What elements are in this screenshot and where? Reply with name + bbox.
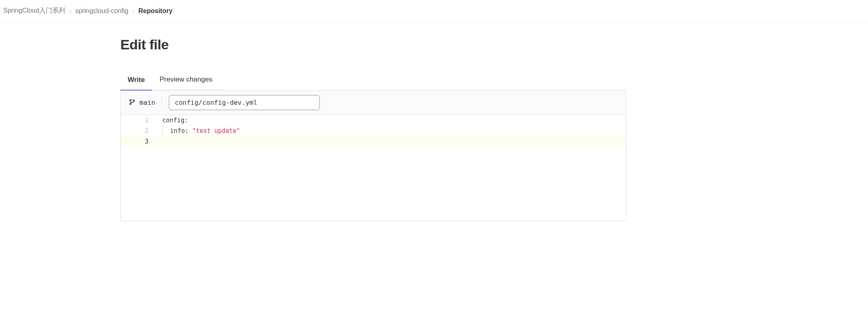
tab-preview-changes[interactable]: Preview changes: [152, 71, 219, 90]
breadcrumb: SpringCloud入门系列 › springcloud-config › R…: [0, 0, 868, 23]
line-number: 2: [121, 126, 153, 136]
code-token-string: "test update": [192, 127, 240, 135]
tab-write[interactable]: Write: [120, 71, 152, 91]
chevron-right-icon: ›: [133, 8, 135, 14]
breadcrumb-item[interactable]: SpringCloud入门系列: [3, 7, 65, 15]
branch-indicator: main: [129, 99, 162, 106]
code-token-key: info:: [170, 127, 192, 135]
svg-point-0: [130, 100, 131, 101]
code-line: 1 config:: [121, 115, 626, 126]
svg-point-2: [133, 100, 135, 102]
line-number: 1: [121, 115, 153, 126]
breadcrumb-item[interactable]: springcloud-config: [75, 7, 128, 15]
branch-name: main: [140, 99, 155, 106]
file-path-input[interactable]: [169, 95, 320, 110]
code-token-key: config:: [162, 117, 188, 124]
breadcrumb-item-current[interactable]: Repository: [138, 7, 173, 15]
editor-toolbar: main: [120, 91, 626, 115]
line-number: 3: [121, 136, 153, 147]
svg-point-1: [130, 103, 131, 105]
code-line-current: 3: [121, 136, 626, 147]
chevron-right-icon: ›: [69, 8, 71, 14]
indent-guide: [162, 126, 163, 136]
code-editor[interactable]: 1 config: 2 info: "test update" 3: [120, 115, 626, 221]
tabs: Write Preview changes: [120, 71, 626, 91]
page-title: Edit file: [120, 37, 626, 53]
code-line: 2 info: "test update": [121, 126, 626, 136]
branch-icon: [129, 99, 135, 106]
